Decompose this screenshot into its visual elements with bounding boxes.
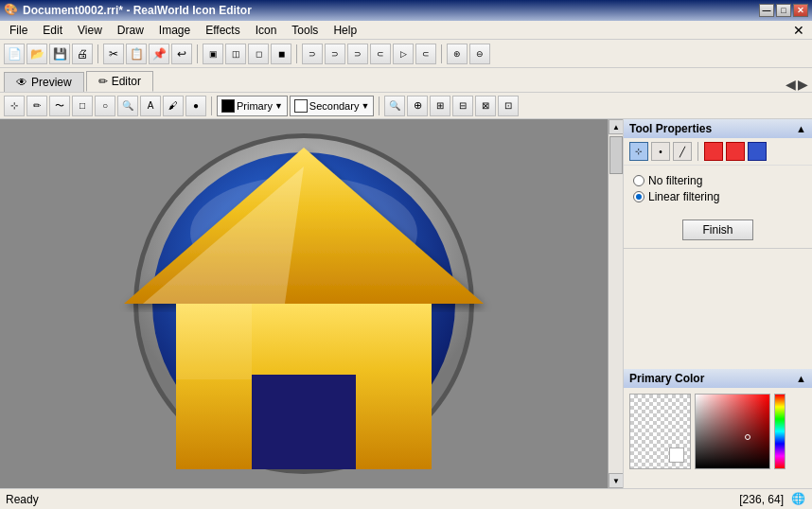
print-button[interactable]: 🖨 [72,44,93,64]
app-icon: 🎨 [4,3,19,18]
grid3-btn[interactable]: ⊡ [498,96,519,116]
secondary-color-swatch [294,99,308,113]
linear-filtering-label: Linear filtering [648,190,719,203]
shape3-button[interactable]: ⊃ [347,44,368,64]
tp-color1-btn[interactable] [704,142,723,161]
new-button[interactable]: 📄 [4,44,25,64]
menu-tools[interactable]: Tools [284,22,326,39]
minimize-button[interactable]: — [759,4,774,17]
tab-navigation: ◀ ▶ [786,77,808,92]
shape4-button[interactable]: ⊂ [370,44,391,64]
shape1-button[interactable]: ⊃ [302,44,323,64]
tool1-button[interactable]: ▣ [203,44,223,64]
svg-rect-9 [176,304,252,379]
linear-filtering-row[interactable]: Linear filtering [633,190,803,203]
menu-edit[interactable]: Edit [35,22,70,39]
text-tool[interactable]: A [140,96,161,116]
separator-1 [97,44,98,63]
vertical-scrollbar[interactable]: ▲ ▼ [608,119,623,488]
color-pickers [624,388,812,489]
grid2-btn[interactable]: ⊠ [475,96,496,116]
tab-editor[interactable]: ✏ Editor [86,71,153,92]
preview-icon: 👁 [16,76,27,89]
undo-button[interactable]: ↩ [171,44,192,64]
open-button[interactable]: 📂 [26,44,47,64]
pencil-tool[interactable]: ✏ [26,96,47,116]
zoom-tool[interactable]: 🔍 [117,96,138,116]
drawing-toolbar: ⊹ ✏ 〜 □ ○ 🔍 A 🖌 ● Primary ▼ Secondary ▼ … [0,93,812,119]
brush-tool[interactable]: 🖌 [163,96,184,116]
cut-button[interactable]: ✂ [103,44,124,64]
canvas[interactable] [0,119,608,488]
tp-color3-btn[interactable] [748,142,767,161]
tp-select-btn[interactable]: ⊹ [629,142,648,161]
tab-nav-left[interactable]: ◀ [786,77,796,92]
fill-tool[interactable]: ● [185,96,206,116]
color-spectrum[interactable] [695,394,770,469]
close-button[interactable]: ✕ [793,4,808,17]
tool3-button[interactable]: ◻ [248,44,269,64]
menu-help[interactable]: Help [326,22,364,39]
menu-icon[interactable]: Icon [248,22,285,39]
copy-button[interactable]: 📋 [126,44,147,64]
zoom-in-btn[interactable]: ⊕ [407,96,428,116]
finish-button[interactable]: Finish [682,219,752,240]
scroll-track[interactable] [609,134,623,473]
menu-image[interactable]: Image [151,22,198,39]
primary-color-swatch [221,99,235,113]
primary-color-collapse[interactable]: ▲ [796,373,806,384]
tool-properties-header: Tool Properties ▲ [624,119,812,138]
paste-button[interactable]: 📌 [149,44,169,64]
tool-properties-collapse[interactable]: ▲ [796,123,806,134]
separator-tp [697,142,698,161]
tool2-button[interactable]: ◫ [225,44,246,64]
shape-tool[interactable]: □ [72,96,93,116]
zoom-out-btn[interactable]: 🔍 [384,96,405,116]
grid1-btn[interactable]: ⊟ [452,96,473,116]
tab-nav-right[interactable]: ▶ [798,77,808,92]
tp-dot-btn[interactable]: • [651,142,670,161]
scroll-up-button[interactable]: ▲ [609,119,623,134]
tab-preview[interactable]: 👁 Preview [4,72,84,92]
status-text: Ready [6,493,739,506]
primary-dropdown-icon[interactable]: ▼ [274,101,283,111]
menu-file[interactable]: File [2,22,35,39]
alpha-checker[interactable] [629,394,691,469]
menu-draw[interactable]: Draw [110,22,151,39]
icon-canvas[interactable] [0,119,608,488]
zoom-in-button[interactable]: ⊛ [447,44,468,64]
tool4-button[interactable]: ◼ [271,44,291,64]
maximize-button[interactable]: □ [776,4,791,17]
menu-effects[interactable]: Effects [198,22,247,39]
scroll-down-button[interactable]: ▼ [609,473,623,488]
secondary-color-button[interactable]: Secondary ▼ [290,96,375,116]
titlebar: 🎨 Document0002.rri* - RealWorld Icon Edi… [0,0,812,21]
primary-color-button[interactable]: Primary ▼ [217,96,288,116]
scroll-thumb[interactable] [609,136,623,174]
tp-line-btn[interactable]: ╱ [673,142,692,161]
no-filtering-radio[interactable] [633,175,644,186]
shape2-button[interactable]: ⊃ [325,44,345,64]
shape5-button[interactable]: ▷ [393,44,414,64]
main-area: ▲ ▼ Tool Properties ▲ ⊹ • ╱ [0,119,812,488]
menubar-close-button[interactable]: ✕ [793,23,810,38]
primary-color-header: Primary Color ▲ [624,369,812,388]
linear-filtering-radio[interactable] [633,191,644,202]
curve-tool[interactable]: 〜 [49,96,70,116]
status-icon: 🌐 [791,492,806,507]
separator-4 [441,44,442,63]
save-button[interactable]: 💾 [49,44,70,64]
hue-slider[interactable] [774,394,786,469]
ellipse-tool[interactable]: ○ [95,96,115,116]
tab-preview-label: Preview [31,76,72,89]
shape6-button[interactable]: ⊂ [415,44,436,64]
select-tool[interactable]: ⊹ [4,96,25,116]
no-filtering-row[interactable]: No filtering [633,174,803,187]
fit-btn[interactable]: ⊞ [430,96,450,116]
secondary-dropdown-icon[interactable]: ▼ [361,101,369,111]
separator-3 [296,44,297,63]
zoom-out-button[interactable]: ⊖ [469,44,490,64]
tp-color2-btn[interactable] [726,142,745,161]
menu-view[interactable]: View [70,22,110,39]
separator-6 [379,97,380,115]
